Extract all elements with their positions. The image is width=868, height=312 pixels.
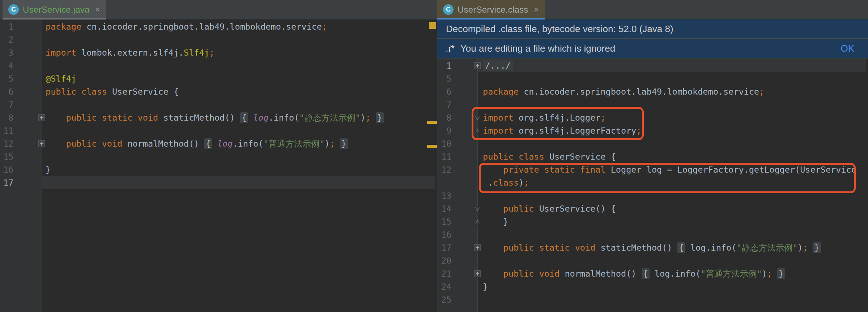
code-token: ; <box>366 113 371 123</box>
code-token: ; <box>767 269 772 279</box>
code-line[interactable] <box>42 59 46 72</box>
inspections-indicator[interactable] <box>429 22 436 29</box>
code-token: ; <box>600 113 605 123</box>
code-token <box>46 113 66 123</box>
ok-button[interactable]: OK <box>841 43 859 54</box>
line-number[interactable]: 11 <box>437 150 454 163</box>
code-line[interactable]: private static final Logger log = Logger… <box>477 163 856 176</box>
code-editor-left[interactable]: 1package cn.iocoder.springboot.lab49.lom… <box>0 20 437 312</box>
code-token: UserService { <box>549 152 616 162</box>
line-number[interactable]: 12 <box>437 163 454 176</box>
line-number[interactable]: 24 <box>437 280 454 293</box>
line-number[interactable]: 13 <box>437 189 454 202</box>
line-number[interactable]: 1 <box>0 20 16 33</box>
code-line[interactable] <box>477 137 483 150</box>
code-line[interactable]: public static void staticMethod() { log.… <box>42 111 384 124</box>
code-token: "静态方法示例" <box>299 113 360 123</box>
code-line[interactable]: public class UserService { <box>42 85 179 98</box>
line-number[interactable]: 16 <box>437 228 454 241</box>
fold-gutter: + <box>454 267 477 280</box>
folded-region: } <box>340 138 348 149</box>
line-number[interactable]: 14 <box>437 202 454 215</box>
code-line[interactable] <box>477 228 483 241</box>
code-line[interactable]: import lombok.extern.slf4j.Slf4j; <box>42 46 214 59</box>
ignored-file-icon: .i* <box>446 43 455 54</box>
code-row: 6package cn.iocoder.springboot.lab49.lom… <box>437 85 868 98</box>
tab-close-icon[interactable]: × <box>533 5 539 14</box>
code-line[interactable]: /.../ <box>477 59 513 72</box>
line-number[interactable]: 11 <box>0 124 16 137</box>
line-number[interactable]: 9 <box>437 124 454 137</box>
code-line[interactable]: package cn.iocoder.springboot.lab49.lomb… <box>42 20 327 33</box>
line-number[interactable]: 4 <box>0 59 16 72</box>
line-number[interactable]: 17 <box>437 241 454 254</box>
line-number[interactable]: 20 <box>437 254 454 267</box>
code-token: ; <box>330 139 335 149</box>
code-line[interactable]: public void normalMethod() { log.info("普… <box>42 137 348 150</box>
code-line[interactable] <box>477 189 483 202</box>
code-line[interactable]: .class); <box>477 176 529 189</box>
warning-stripe-mark[interactable] <box>427 145 437 148</box>
line-number[interactable]: 15 <box>0 150 16 163</box>
folded-region: { <box>240 112 248 123</box>
line-number[interactable]: 12 <box>0 137 16 150</box>
code-line[interactable] <box>477 72 483 85</box>
warning-stripe-mark[interactable] <box>427 121 437 124</box>
code-row: 15△ } <box>437 215 868 228</box>
line-number[interactable]: 16 <box>0 163 16 176</box>
code-editor-right[interactable]: 1+/.../56package cn.iocoder.springboot.l… <box>437 58 868 312</box>
code-line[interactable] <box>42 150 46 163</box>
code-line[interactable]: public void normalMethod() { log.info("普… <box>477 267 785 280</box>
line-number[interactable]: 3 <box>0 46 16 59</box>
code-line[interactable] <box>42 33 46 46</box>
code-token: log.info( <box>650 269 701 279</box>
fold-gutter <box>16 85 42 98</box>
line-number[interactable]: 2 <box>0 33 16 46</box>
line-number[interactable]: 1 <box>437 59 454 72</box>
code-line[interactable]: } <box>477 215 509 228</box>
code-line[interactable] <box>477 254 483 267</box>
code-line[interactable]: public UserService() { <box>477 202 616 215</box>
line-number[interactable]: 7 <box>0 98 16 111</box>
line-number[interactable]: 7 <box>437 98 454 111</box>
tab-userservice-class[interactable]: C UserService.class × <box>437 0 545 19</box>
line-number[interactable]: 6 <box>437 85 454 98</box>
line-number[interactable]: 21 <box>437 267 454 280</box>
code-line[interactable]: package cn.iocoder.springboot.lab49.lomb… <box>477 85 764 98</box>
code-token: ; <box>524 178 529 188</box>
code-line[interactable]: public static void staticMethod() { log.… <box>477 241 821 254</box>
code-token: org.slf4j.LoggerFactory <box>519 126 636 136</box>
line-number[interactable]: 6 <box>0 85 16 98</box>
code-line[interactable]: @Slf4j <box>42 72 76 85</box>
line-number[interactable]: 25 <box>437 293 454 306</box>
line-number[interactable]: 8 <box>0 111 16 124</box>
fold-gutter <box>454 254 477 267</box>
code-line[interactable] <box>42 98 46 111</box>
fold-gutter <box>16 72 42 85</box>
code-line[interactable]: import org.slf4j.Logger; <box>477 111 606 124</box>
line-number[interactable]: 10 <box>437 137 454 150</box>
tab-userservice-java[interactable]: C UserService.java × <box>3 0 106 19</box>
code-line[interactable] <box>42 124 46 137</box>
code-line[interactable] <box>42 176 46 189</box>
line-number[interactable]: 15 <box>437 215 454 228</box>
line-number[interactable]: 17 <box>0 176 16 189</box>
code-token <box>371 113 376 123</box>
fold-gutter <box>454 228 477 241</box>
code-token: org.slf4j.Logger <box>519 113 600 123</box>
tab-close-icon[interactable]: × <box>95 5 101 14</box>
code-line[interactable] <box>477 98 483 111</box>
code-line[interactable]: } <box>42 163 51 176</box>
code-line[interactable]: import org.slf4j.LoggerFactory; <box>477 124 642 137</box>
line-number[interactable] <box>437 176 454 189</box>
line-number[interactable]: 5 <box>0 72 16 85</box>
code-token: } <box>46 165 51 175</box>
code-line[interactable]: } <box>477 280 488 293</box>
line-number[interactable]: 8 <box>437 111 454 124</box>
code-line[interactable]: public class UserService { <box>477 150 616 163</box>
line-number[interactable]: 5 <box>437 72 454 85</box>
code-line[interactable] <box>477 293 483 306</box>
decompiled-banner-text: Decompiled .class file, bytecode version… <box>446 23 673 35</box>
code-token: class <box>493 178 519 188</box>
folded-region: } <box>813 242 821 253</box>
